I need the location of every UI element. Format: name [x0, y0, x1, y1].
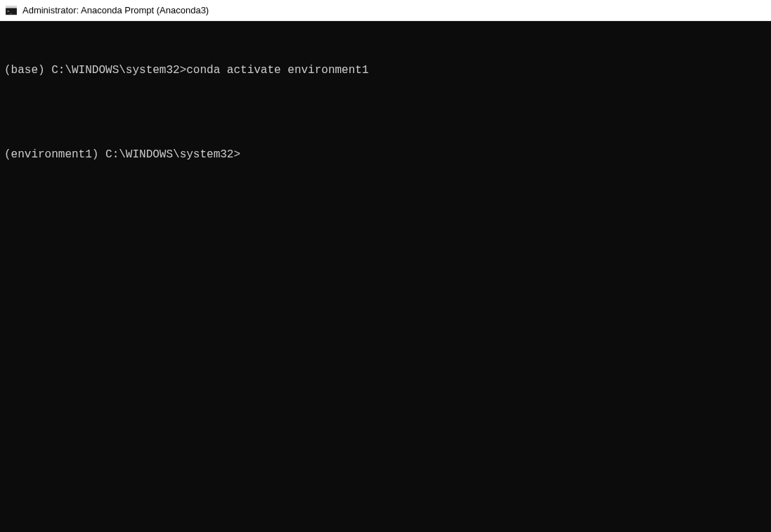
terminal-icon: >_	[6, 5, 17, 16]
window-title: Administrator: Anaconda Prompt (Anaconda…	[22, 5, 209, 15]
prompt-text: (base) C:\WINDOWS\system32>	[4, 64, 186, 77]
svg-text:>_: >_	[7, 8, 13, 14]
window-titlebar: >_ Administrator: Anaconda Prompt (Anaco…	[0, 0, 771, 21]
terminal-output[interactable]: (base) C:\WINDOWS\system32>conda activat…	[0, 21, 771, 532]
terminal-line: (base) C:\WINDOWS\system32>conda activat…	[4, 62, 767, 79]
terminal-line: (environment1) C:\WINDOWS\system32>	[4, 146, 767, 163]
command-text: conda activate environment1	[186, 64, 368, 77]
prompt-text: (environment1) C:\WINDOWS\system32>	[4, 148, 240, 161]
